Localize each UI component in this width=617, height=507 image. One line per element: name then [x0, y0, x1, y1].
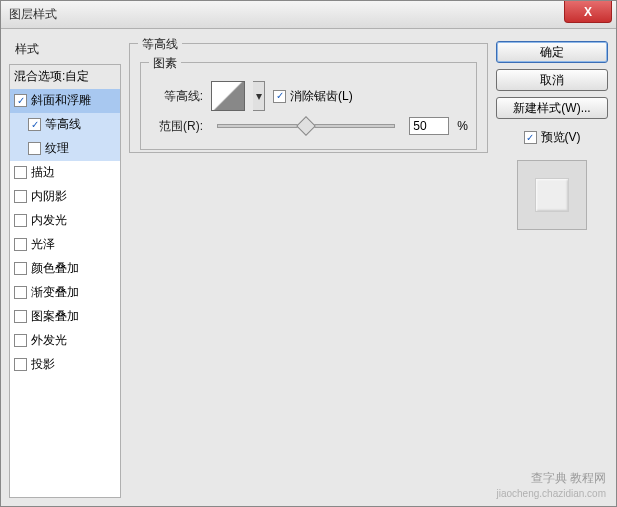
checkbox-icon: [14, 334, 27, 347]
contour-group: 等高线 图素 等高线: ▾ 消除锯齿(L) 范围(R):: [129, 43, 488, 153]
inner-group-title: 图素: [149, 55, 181, 72]
style-item-label: 颜色叠加: [31, 260, 79, 277]
chevron-down-icon: ▾: [256, 89, 262, 103]
antialias-label: 消除锯齿(L): [290, 88, 353, 105]
checkbox-icon: [14, 358, 27, 371]
checkbox-icon: [14, 190, 27, 203]
checkbox-icon: [14, 94, 27, 107]
element-group: 图素 等高线: ▾ 消除锯齿(L) 范围(R):: [140, 62, 477, 150]
style-item[interactable]: 内发光: [10, 209, 120, 233]
style-item[interactable]: 外发光: [10, 329, 120, 353]
range-slider[interactable]: [217, 124, 395, 128]
style-item-label: 描边: [31, 164, 55, 181]
checkbox-icon: [14, 238, 27, 251]
checkbox-icon: [14, 166, 27, 179]
preview-swatch: [535, 178, 569, 212]
ok-button[interactable]: 确定: [496, 41, 608, 63]
style-item-label: 斜面和浮雕: [31, 92, 91, 109]
style-item[interactable]: 颜色叠加: [10, 257, 120, 281]
range-input[interactable]: [409, 117, 449, 135]
checkbox-icon: [14, 286, 27, 299]
style-item[interactable]: 渐变叠加: [10, 281, 120, 305]
preview-checkbox[interactable]: 预览(V): [496, 129, 608, 146]
close-button[interactable]: X: [564, 1, 612, 23]
checkbox-icon: [273, 90, 286, 103]
styles-header: 样式: [9, 37, 121, 64]
style-item-label: 图案叠加: [31, 308, 79, 325]
ok-label: 确定: [540, 44, 564, 61]
checkbox-icon: [14, 310, 27, 323]
dialog-content: 样式 混合选项:自定斜面和浮雕等高线纹理描边内阴影内发光光泽颜色叠加渐变叠加图案…: [1, 29, 616, 506]
style-item-label: 渐变叠加: [31, 284, 79, 301]
new-style-label: 新建样式(W)...: [513, 100, 590, 117]
layer-style-dialog: 图层样式 X 样式 混合选项:自定斜面和浮雕等高线纹理描边内阴影内发光光泽颜色叠…: [0, 0, 617, 507]
style-item[interactable]: 描边: [10, 161, 120, 185]
checkbox-icon: [14, 262, 27, 275]
contour-dropdown[interactable]: ▾: [253, 81, 265, 111]
style-item[interactable]: 光泽: [10, 233, 120, 257]
checkbox-icon: [28, 118, 41, 131]
style-item-label: 投影: [31, 356, 55, 373]
contour-thumbnail[interactable]: [211, 81, 245, 111]
style-item[interactable]: 纹理: [10, 137, 120, 161]
slider-thumb[interactable]: [296, 116, 316, 136]
preview-label: 预览(V): [541, 129, 581, 146]
settings-column: 等高线 图素 等高线: ▾ 消除锯齿(L) 范围(R):: [127, 37, 490, 498]
cancel-button[interactable]: 取消: [496, 69, 608, 91]
style-item-label: 外发光: [31, 332, 67, 349]
antialias-checkbox[interactable]: 消除锯齿(L): [273, 88, 353, 105]
checkbox-icon: [14, 214, 27, 227]
style-item-label: 内发光: [31, 212, 67, 229]
style-item[interactable]: 等高线: [10, 113, 120, 137]
range-label: 范围(R):: [149, 118, 203, 135]
outer-group-title: 等高线: [138, 36, 182, 53]
style-item-label: 等高线: [45, 116, 81, 133]
checkbox-icon: [28, 142, 41, 155]
style-item-label: 内阴影: [31, 188, 67, 205]
style-item-label: 光泽: [31, 236, 55, 253]
contour-row: 等高线: ▾ 消除锯齿(L): [149, 81, 468, 111]
cancel-label: 取消: [540, 72, 564, 89]
actions-column: 确定 取消 新建样式(W)... 预览(V): [496, 37, 608, 498]
styles-column: 样式 混合选项:自定斜面和浮雕等高线纹理描边内阴影内发光光泽颜色叠加渐变叠加图案…: [9, 37, 121, 498]
style-item[interactable]: 斜面和浮雕: [10, 89, 120, 113]
close-icon: X: [584, 5, 592, 19]
new-style-button[interactable]: 新建样式(W)...: [496, 97, 608, 119]
style-item[interactable]: 内阴影: [10, 185, 120, 209]
style-item[interactable]: 图案叠加: [10, 305, 120, 329]
titlebar: 图层样式 X: [1, 1, 616, 29]
style-item[interactable]: 混合选项:自定: [10, 65, 120, 89]
style-item-label: 混合选项:自定: [14, 68, 89, 85]
style-list: 混合选项:自定斜面和浮雕等高线纹理描边内阴影内发光光泽颜色叠加渐变叠加图案叠加外…: [9, 64, 121, 498]
checkbox-icon: [524, 131, 537, 144]
range-unit: %: [457, 119, 468, 133]
contour-label: 等高线:: [149, 88, 203, 105]
style-item-label: 纹理: [45, 140, 69, 157]
range-row: 范围(R): %: [149, 117, 468, 135]
style-item[interactable]: 投影: [10, 353, 120, 377]
window-title: 图层样式: [9, 6, 57, 23]
preview-box: [517, 160, 587, 230]
